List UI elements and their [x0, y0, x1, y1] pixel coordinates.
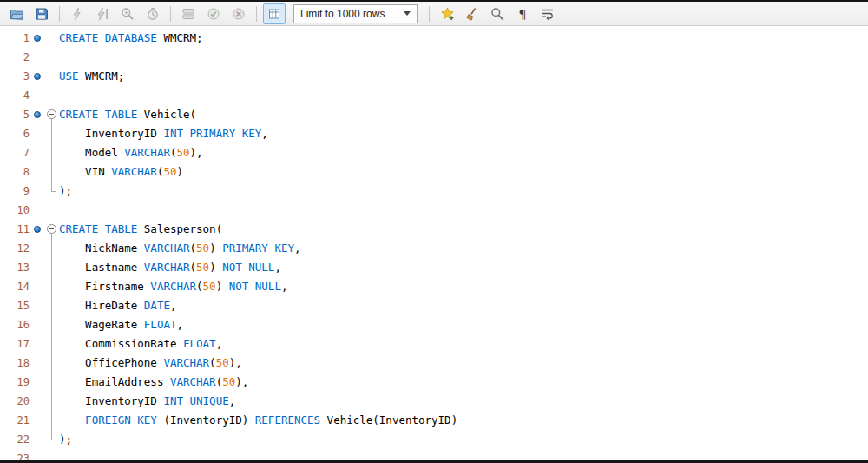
- line-number: 12: [0, 239, 30, 258]
- invisible-characters-icon[interactable]: ¶: [511, 3, 534, 24]
- code-text: CREATE TABLE Salesperson(: [59, 220, 222, 239]
- code-line: 6 InventoryID INT PRIMARY KEY,: [0, 124, 868, 143]
- code-text: HireDate DATE,: [59, 296, 176, 315]
- statement-marker-gutter: [30, 239, 45, 258]
- statement-marker-gutter: [30, 67, 45, 86]
- code-line: 1CREATE DATABASE WMCRM;: [0, 29, 868, 48]
- line-number: 15: [0, 296, 30, 315]
- statement-marker-gutter: [30, 258, 45, 277]
- code-line: 10: [0, 201, 868, 220]
- fold-gutter: [45, 354, 59, 373]
- statement-marker-gutter: [30, 430, 45, 449]
- statement-marker-gutter: [30, 162, 45, 182]
- statement-marker-gutter: [30, 86, 45, 105]
- auto-commit-toggle-icon[interactable]: [263, 3, 286, 24]
- fold-guide-line: [51, 124, 52, 143]
- fold-gutter: [45, 239, 59, 258]
- wrap-text-icon[interactable]: [536, 3, 559, 24]
- fold-guide-corner: [51, 440, 56, 440]
- statement-marker-gutter: [30, 124, 45, 143]
- fold-guide-line: [51, 239, 52, 258]
- fold-guide-line: [51, 277, 52, 296]
- statement-marker-gutter: [30, 392, 45, 411]
- beautify-script-icon[interactable]: [461, 3, 483, 24]
- code-text: EmailAddress VARCHAR(50),: [59, 373, 248, 392]
- code-line: 18 OfficePhone VARCHAR(50),: [0, 354, 868, 373]
- limit-rows-label: Limit to 1000 rows: [300, 8, 385, 20]
- code-line: 8 VIN VARCHAR(50): [0, 162, 868, 182]
- fold-gutter: [45, 258, 59, 277]
- fold-guide-line: [51, 296, 52, 315]
- sql-editor-window: Limit to 1000 rows¶ 1CREATE DATABASE WMC…: [0, 0, 868, 463]
- statement-marker-icon: [34, 226, 41, 233]
- line-number: 20: [0, 392, 30, 411]
- save-script-icon[interactable]: [30, 3, 53, 24]
- fold-collapse-icon[interactable]: [47, 224, 56, 234]
- open-script-icon[interactable]: [5, 3, 28, 24]
- line-number: 7: [0, 143, 30, 162]
- fold-guide-line: [51, 411, 52, 430]
- toolbar-separator: [429, 6, 430, 22]
- line-number: 10: [0, 201, 30, 220]
- fold-gutter: [45, 392, 59, 411]
- fold-gutter: [45, 430, 59, 449]
- find-icon[interactable]: [486, 3, 509, 24]
- code-line: 16 WageRate FLOAT,: [0, 315, 868, 334]
- save-snippet-icon[interactable]: [436, 3, 458, 24]
- fold-guide-line: [51, 392, 52, 411]
- statement-marker-gutter: [30, 373, 45, 392]
- fold-gutter: [45, 296, 59, 315]
- fold-collapse-icon[interactable]: [47, 109, 56, 119]
- line-number: 21: [0, 411, 30, 430]
- fold-gutter: [45, 334, 59, 354]
- line-number: 9: [0, 182, 30, 201]
- statement-marker-gutter: [30, 296, 45, 315]
- fold-guide-line: [51, 258, 52, 277]
- code-text: OfficePhone VARCHAR(50),: [59, 354, 242, 373]
- stop-on-error-icon: [177, 3, 200, 24]
- code-line: 2: [0, 48, 868, 67]
- toolbar-separator: [256, 6, 257, 22]
- line-number: 18: [0, 354, 30, 373]
- statement-marker-gutter: [30, 411, 45, 430]
- code-text: Model VARCHAR(50),: [59, 143, 203, 162]
- line-number: 6: [0, 124, 30, 143]
- statement-marker-icon: [34, 35, 41, 42]
- fold-guide-line: [51, 430, 52, 440]
- toolbar-separator: [59, 6, 60, 22]
- code-line: 15 HireDate DATE,: [0, 296, 868, 315]
- explain-icon: [116, 3, 139, 24]
- line-number: 17: [0, 334, 30, 354]
- code-line: 7 Model VARCHAR(50),: [0, 143, 868, 162]
- fold-gutter: [45, 124, 59, 143]
- statement-marker-gutter: [30, 315, 45, 334]
- statement-marker-gutter: [30, 143, 45, 162]
- stop-execution-icon: [141, 3, 164, 24]
- statement-marker-gutter: [30, 105, 45, 124]
- fold-gutter[interactable]: [45, 105, 59, 124]
- code-line: 12 NickName VARCHAR(50) PRIMARY KEY,: [0, 239, 868, 258]
- code-line: 5CREATE TABLE Vehicle(: [0, 105, 868, 124]
- code-line: 19 EmailAddress VARCHAR(50),: [0, 373, 868, 392]
- line-number: 1: [0, 29, 30, 48]
- code-text: );: [59, 182, 72, 201]
- fold-guide-line: [51, 315, 52, 334]
- code-line: 20 InventoryID INT UNIQUE,: [0, 392, 868, 411]
- fold-gutter: [45, 182, 59, 201]
- statement-marker-gutter: [30, 182, 45, 201]
- code-line: 11CREATE TABLE Salesperson(: [0, 220, 868, 239]
- fold-gutter: [45, 201, 59, 220]
- line-number: 2: [0, 48, 30, 67]
- code-text: NickName VARCHAR(50) PRIMARY KEY,: [59, 239, 301, 258]
- code-text: CommissionRate FLOAT,: [59, 334, 222, 354]
- fold-gutter: [45, 411, 59, 430]
- code-line: 23: [0, 449, 868, 463]
- limit-rows-dropdown[interactable]: Limit to 1000 rows: [293, 4, 418, 23]
- code-line: 4: [0, 86, 868, 105]
- line-number: 22: [0, 430, 30, 449]
- sql-code-editor[interactable]: 1CREATE DATABASE WMCRM;23USE WMCRM;45CRE…: [0, 26, 868, 463]
- fold-gutter: [45, 449, 59, 463]
- fold-guide-line: [51, 143, 52, 162]
- fold-gutter[interactable]: [45, 220, 59, 239]
- fold-guide-line: [51, 334, 52, 354]
